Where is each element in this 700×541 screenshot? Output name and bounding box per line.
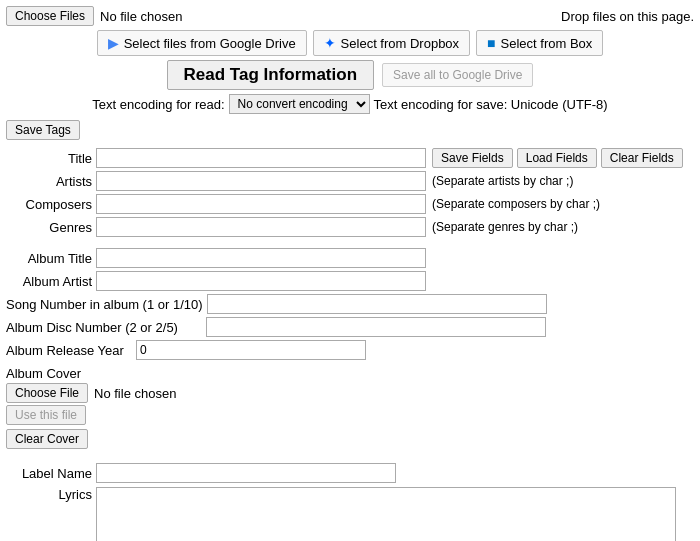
album-cover-label: Album Cover bbox=[6, 366, 694, 381]
artists-input[interactable] bbox=[96, 171, 426, 191]
label-name-input[interactable] bbox=[96, 463, 396, 483]
cloud-buttons-row: ▶ Select files from Google Drive ✦ Selec… bbox=[6, 30, 694, 56]
cover-no-file-text: No file chosen bbox=[94, 386, 176, 401]
file-row: Choose Files No file chosen Drop files o… bbox=[6, 6, 694, 26]
no-file-chosen-text: No file chosen bbox=[100, 9, 182, 24]
dropbox-icon: ✦ bbox=[324, 35, 336, 51]
album-release-year-input[interactable] bbox=[136, 340, 366, 360]
title-input[interactable] bbox=[96, 148, 426, 168]
lyrics-textarea[interactable] bbox=[96, 487, 676, 541]
encoding-select[interactable]: No convert encoding UTF-8 ISO-8859-1 Shi… bbox=[229, 94, 370, 114]
dropbox-label: Select from Dropbox bbox=[341, 36, 460, 51]
read-tag-button[interactable]: Read Tag Information bbox=[167, 60, 374, 90]
album-title-input[interactable] bbox=[96, 248, 426, 268]
title-label: Title bbox=[6, 151, 96, 166]
album-disc-input[interactable] bbox=[206, 317, 546, 337]
album-title-row: Album Title bbox=[6, 248, 694, 268]
label-name-row: Label Name bbox=[6, 463, 694, 483]
lyrics-label: Lyrics bbox=[6, 487, 96, 502]
divider-2 bbox=[6, 449, 694, 457]
choose-files-button[interactable]: Choose Files bbox=[6, 6, 94, 26]
read-tag-row: Read Tag Information Save all to Google … bbox=[6, 60, 694, 90]
label-name-label: Label Name bbox=[6, 466, 96, 481]
box-label: Select from Box bbox=[501, 36, 593, 51]
save-tags-button[interactable]: Save Tags bbox=[6, 120, 80, 140]
genres-row: Genres (Separate genres by char ;) bbox=[6, 217, 694, 237]
song-number-input[interactable] bbox=[207, 294, 547, 314]
use-this-file-button[interactable]: Use this file bbox=[6, 405, 86, 425]
clear-cover-button[interactable]: Clear Cover bbox=[6, 429, 88, 449]
title-row: Title Save Fields Load Fields Clear Fiel… bbox=[6, 148, 694, 168]
album-title-label: Album Title bbox=[6, 251, 96, 266]
dropbox-button[interactable]: ✦ Select from Dropbox bbox=[313, 30, 471, 56]
file-left: Choose Files No file chosen bbox=[6, 6, 182, 26]
genres-input[interactable] bbox=[96, 217, 426, 237]
album-disc-row: Album Disc Number (2 or 2/5) bbox=[6, 317, 694, 337]
composers-row: Composers (Separate composers by char ;) bbox=[6, 194, 694, 214]
cover-choose-file-button[interactable]: Choose File bbox=[6, 383, 88, 403]
drop-text: Drop files on this page. bbox=[561, 9, 694, 24]
artists-label: Artists bbox=[6, 174, 96, 189]
divider-1 bbox=[6, 240, 694, 248]
composers-hint: (Separate composers by char ;) bbox=[432, 197, 600, 211]
song-number-label: Song Number in album (1 or 1/10) bbox=[6, 297, 207, 312]
save-fields-button[interactable]: Save Fields bbox=[432, 148, 513, 168]
composers-input[interactable] bbox=[96, 194, 426, 214]
google-drive-icon: ▶ bbox=[108, 35, 119, 51]
album-artist-input[interactable] bbox=[96, 271, 426, 291]
cover-file-row: Choose File No file chosen bbox=[6, 383, 694, 403]
title-buttons: Save Fields Load Fields Clear Fields bbox=[432, 148, 683, 168]
song-number-row: Song Number in album (1 or 1/10) bbox=[6, 294, 694, 314]
album-artist-row: Album Artist bbox=[6, 271, 694, 291]
artists-row: Artists (Separate artists by char ;) bbox=[6, 171, 694, 191]
album-artist-label: Album Artist bbox=[6, 274, 96, 289]
genres-hint: (Separate genres by char ;) bbox=[432, 220, 578, 234]
box-button[interactable]: ■ Select from Box bbox=[476, 30, 603, 56]
album-release-year-label: Album Release Year bbox=[6, 343, 136, 358]
clear-fields-button[interactable]: Clear Fields bbox=[601, 148, 683, 168]
encoding-read-label: Text encoding for read: bbox=[92, 97, 224, 112]
box-icon: ■ bbox=[487, 35, 495, 51]
genres-label: Genres bbox=[6, 220, 96, 235]
save-all-google-button: Save all to Google Drive bbox=[382, 63, 533, 87]
save-tags-row: Save Tags bbox=[6, 120, 694, 140]
artists-hint: (Separate artists by char ;) bbox=[432, 174, 573, 188]
album-release-year-row: Album Release Year bbox=[6, 340, 694, 360]
album-disc-label: Album Disc Number (2 or 2/5) bbox=[6, 320, 206, 335]
encoding-row: Text encoding for read: No convert encod… bbox=[6, 94, 694, 114]
google-drive-button[interactable]: ▶ Select files from Google Drive bbox=[97, 30, 307, 56]
album-cover-section: Album Cover Choose File No file chosen U… bbox=[6, 366, 694, 449]
encoding-save-label: Text encoding for save: Unicode (UTF-8) bbox=[374, 97, 608, 112]
lyrics-row: Lyrics bbox=[6, 487, 694, 541]
load-fields-button[interactable]: Load Fields bbox=[517, 148, 597, 168]
composers-label: Composers bbox=[6, 197, 96, 212]
google-drive-label: Select files from Google Drive bbox=[124, 36, 296, 51]
